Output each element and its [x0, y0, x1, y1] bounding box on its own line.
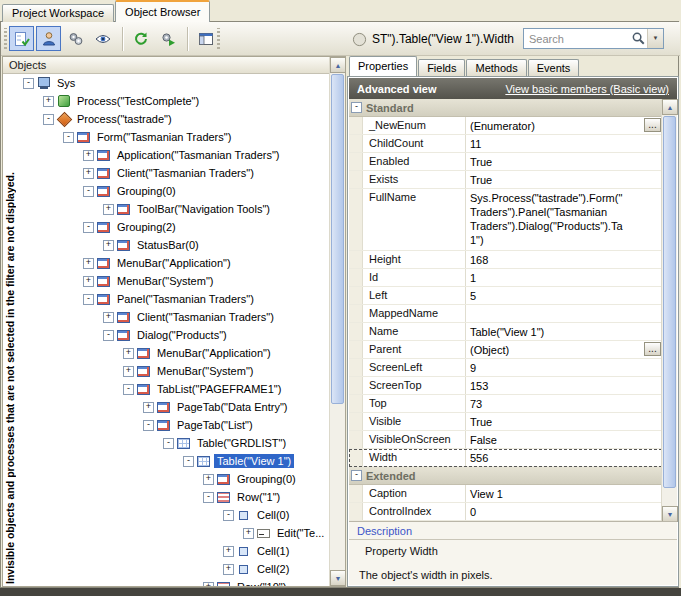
property-value[interactable]: 1: [466, 269, 662, 286]
tree-item-label[interactable]: Panel("Tasmanian Traders"): [114, 292, 257, 306]
tree-item-label[interactable]: Row("1"): [234, 490, 283, 504]
tree-item-label[interactable]: PageTab("Data Entry"): [174, 400, 291, 414]
tree-item[interactable]: -TabList("PAGEFRAME1"): [19, 380, 330, 398]
property-value[interactable]: 9: [466, 359, 662, 376]
collapse-icon[interactable]: -: [63, 132, 74, 143]
grid-scrollbar-thumb[interactable]: [663, 116, 676, 488]
tree-item[interactable]: -Panel("Tasmanian Traders"): [19, 290, 330, 308]
tree-item-label[interactable]: StatusBar(0): [134, 238, 202, 252]
view-filter-button[interactable]: [90, 26, 115, 51]
tree-item[interactable]: -Dialog("Products"): [19, 326, 330, 344]
scroll-down-icon[interactable]: [330, 570, 346, 586]
tree-item-label[interactable]: Dialog("Products"): [134, 328, 230, 342]
property-value[interactable]: True: [466, 413, 662, 430]
tree-item-label[interactable]: Process("TestComplete"): [74, 94, 202, 108]
tree-item[interactable]: -Table("View 1"): [19, 452, 330, 470]
tree-item[interactable]: +MenuBar("System"): [19, 272, 330, 290]
property-row[interactable]: EnabledTrue: [349, 153, 662, 171]
tree-item-label[interactable]: Cell(0): [254, 508, 292, 522]
tree-item[interactable]: -Cell(0): [19, 506, 330, 524]
tree-item-label[interactable]: MenuBar("Application"): [114, 256, 234, 270]
property-value[interactable]: (Object)...: [466, 341, 662, 358]
tree-item[interactable]: +MenuBar("Application"): [19, 344, 330, 362]
expand-icon[interactable]: +: [123, 348, 134, 359]
property-value[interactable]: Sys.Process("tastrade").Form(" Traders")…: [466, 189, 662, 250]
section-header-standard[interactable]: -Standard: [349, 99, 662, 117]
tab-methods[interactable]: Methods: [466, 59, 526, 76]
tree-item[interactable]: -Process("tastrade"): [19, 110, 330, 128]
ellipsis-button[interactable]: ...: [644, 118, 661, 132]
tree-item[interactable]: -Form("Tasmanian Traders"): [19, 128, 330, 146]
tree-item-label[interactable]: Process("tastrade"): [74, 112, 175, 126]
expand-icon[interactable]: +: [223, 546, 234, 557]
tree-item-label[interactable]: Sys: [54, 76, 78, 90]
collapse-icon[interactable]: -: [103, 330, 114, 341]
property-row[interactable]: Parent(Object)...: [349, 341, 662, 359]
property-row[interactable]: ChildCount11: [349, 135, 662, 153]
refresh-button[interactable]: [128, 26, 153, 51]
property-row[interactable]: _NewEnum(Enumerator)...: [349, 117, 662, 135]
tree-item[interactable]: +PageTab("Data Entry"): [19, 398, 330, 416]
highlight-on-screen-button[interactable]: [36, 26, 61, 51]
tree-item-label[interactable]: Cell(2): [254, 562, 292, 576]
tree-item-label[interactable]: Table("GRDLIST"): [194, 436, 289, 450]
tree-item-label[interactable]: Cell(1): [254, 544, 292, 558]
search-dropdown-button[interactable]: [647, 29, 663, 48]
tree-item-label[interactable]: Client("Tasmanian Traders"): [134, 310, 277, 324]
expand-icon[interactable]: +: [103, 204, 114, 215]
tree-item-label[interactable]: Grouping(0): [114, 184, 179, 198]
tab-project-workspace[interactable]: Project Workspace: [2, 4, 114, 22]
property-value[interactable]: True: [466, 171, 662, 188]
property-value[interactable]: 556: [466, 449, 662, 466]
property-value[interactable]: 0: [466, 503, 662, 520]
expand-icon[interactable]: +: [43, 96, 54, 107]
tree-item[interactable]: +Client("Tasmanian Traders"): [19, 308, 330, 326]
collapse-icon[interactable]: -: [83, 294, 94, 305]
tree-item[interactable]: -Row("1"): [19, 488, 330, 506]
tab-fields[interactable]: Fields: [418, 59, 465, 76]
property-value[interactable]: False: [466, 431, 662, 448]
property-row[interactable]: ExistsTrue: [349, 171, 662, 189]
expand-icon[interactable]: +: [103, 240, 114, 251]
collapse-icon[interactable]: -: [163, 438, 174, 449]
expand-icon[interactable]: +: [103, 312, 114, 323]
tree-item-label[interactable]: Application("Tasmanian Traders"): [114, 148, 283, 162]
expand-icon[interactable]: +: [83, 258, 94, 269]
tree-item[interactable]: +Process("TestComplete"): [19, 92, 330, 110]
property-row[interactable]: Width556: [349, 449, 662, 467]
scroll-down-icon[interactable]: [662, 506, 678, 522]
toggle-panel-layout-button[interactable]: [193, 26, 218, 51]
tree-item[interactable]: -Grouping(2): [19, 218, 330, 236]
property-row[interactable]: CaptionView 1: [349, 485, 662, 503]
tree-item-label[interactable]: Client("Tasmanian Traders"): [114, 166, 257, 180]
collapse-icon[interactable]: -: [43, 114, 54, 125]
tab-properties[interactable]: Properties: [349, 56, 417, 76]
expand-icon[interactable]: +: [83, 168, 94, 179]
tree-item[interactable]: +Edit("Te...: [19, 524, 330, 542]
tab-object-browser[interactable]: Object Browser: [115, 0, 210, 22]
property-value[interactable]: (Enumerator)...: [466, 117, 662, 134]
property-value[interactable]: 153: [466, 377, 662, 394]
property-row[interactable]: Height168: [349, 251, 662, 269]
toolbar-grip[interactable]: [4, 28, 7, 49]
property-row[interactable]: VisibleTrue: [349, 413, 662, 431]
expand-icon[interactable]: +: [83, 276, 94, 287]
basic-view-link[interactable]: View basic members (Basic view): [505, 83, 669, 95]
property-row[interactable]: ScreenLeft9: [349, 359, 662, 377]
search-box[interactable]: Search: [523, 28, 664, 49]
property-value[interactable]: True: [466, 153, 662, 170]
property-value[interactable]: Table("View 1"): [466, 323, 662, 340]
tree-item[interactable]: +Row("10"): [19, 578, 330, 586]
tree-item-label[interactable]: PageTab("List"): [174, 418, 256, 432]
collapse-icon[interactable]: -: [351, 470, 362, 481]
expand-icon[interactable]: +: [143, 402, 154, 413]
tree-item[interactable]: -Grouping(0): [19, 182, 330, 200]
property-row[interactable]: Left5: [349, 287, 662, 305]
section-header-extended[interactable]: -Extended: [349, 467, 662, 485]
property-row[interactable]: NameTable("View 1"): [349, 323, 662, 341]
tree-scrollbar[interactable]: [329, 57, 345, 586]
tree-item[interactable]: +MenuBar("System"): [19, 362, 330, 380]
expand-icon[interactable]: +: [203, 474, 214, 485]
collapse-icon[interactable]: -: [83, 222, 94, 233]
tree-item[interactable]: +ToolBar("Navigation Tools"): [19, 200, 330, 218]
